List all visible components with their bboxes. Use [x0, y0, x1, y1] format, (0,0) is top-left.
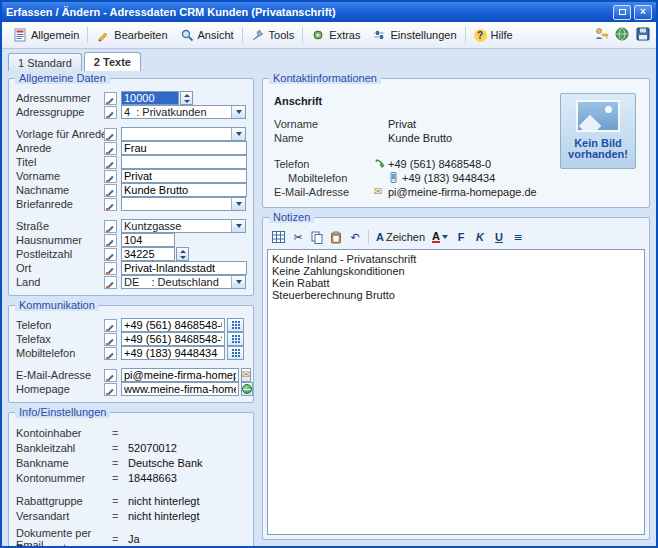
kontakt-label: Vorname [274, 118, 374, 130]
restore-button[interactable] [613, 5, 631, 20]
menu-label: Allgemein [31, 29, 79, 41]
titel-input[interactable] [121, 155, 247, 169]
edit-note-icon[interactable] [104, 92, 117, 105]
copy-button[interactable] [308, 229, 326, 246]
restore-icon [619, 9, 626, 15]
paste-button[interactable] [327, 229, 345, 246]
note-line: Keine Zahlungskonditionen [272, 265, 640, 277]
menu-allgemein[interactable]: Allgemein [7, 25, 85, 45]
dial-button[interactable] [227, 318, 244, 332]
mobiltelefon-input[interactable] [121, 346, 225, 360]
list-button[interactable]: ≡ [509, 229, 527, 246]
nachname-input[interactable] [121, 183, 247, 197]
select-value [122, 128, 231, 140]
menu-bearbeiten[interactable]: Bearbeiten [90, 25, 173, 45]
underline-button[interactable]: U [490, 229, 508, 246]
anrede-input[interactable] [121, 141, 247, 155]
save-icon[interactable] [635, 26, 651, 44]
tab-texte[interactable]: 2 Texte [84, 52, 141, 71]
edit-note-icon[interactable] [104, 184, 117, 197]
info-row-kontonummer: Kontonummer = 18448663 [16, 470, 246, 485]
special-characters-button[interactable]: A Zeichen [373, 229, 428, 246]
edit-note-icon[interactable] [104, 220, 117, 233]
user-key-icon[interactable] [593, 26, 609, 44]
edit-note-icon[interactable] [104, 319, 117, 332]
info-value: 52070012 [128, 442, 246, 454]
vorlage-anrede-select[interactable] [121, 127, 246, 141]
menu-hilfe[interactable]: ? Hilfe [468, 26, 519, 45]
ort-input[interactable] [121, 261, 247, 275]
insert-table-button[interactable] [269, 229, 288, 246]
kontakt-value[interactable]: pi@meine-firma-homepage.de [388, 186, 537, 198]
edit-note-icon[interactable] [104, 369, 117, 382]
open-homepage-button[interactable] [241, 382, 253, 396]
strasse-select[interactable]: Kuntzgasse [121, 219, 246, 233]
spinner-control[interactable] [180, 91, 193, 105]
dial-button[interactable] [227, 346, 244, 360]
telefax-input[interactable] [121, 332, 225, 346]
field-row-land: Land DE : Deutschland [16, 275, 246, 289]
adressnummer-input[interactable] [121, 91, 179, 105]
mobile-phone-icon [388, 172, 402, 183]
adressgruppe-select[interactable]: 4 : Privatkunden [121, 105, 246, 119]
italic-button[interactable]: K [471, 229, 489, 246]
hausnummer-input[interactable] [121, 233, 175, 247]
telefon-input[interactable] [121, 318, 225, 332]
send-mail-button[interactable]: ✉ [241, 368, 251, 382]
help-icon: ? [474, 29, 487, 42]
menu-extras[interactable]: Extras [305, 25, 366, 45]
close-button[interactable]: × [634, 5, 652, 20]
field-label: Postleitzahl [16, 248, 104, 260]
undo-icon: ↶ [350, 232, 359, 243]
magnifier-icon [180, 28, 194, 42]
edit-note-icon[interactable] [104, 198, 117, 211]
kontakt-body: Anschrift Vorname Privat Name Kunde Brut… [270, 91, 642, 201]
edit-note-icon[interactable] [104, 262, 117, 275]
edit-note-icon[interactable] [104, 234, 117, 247]
menu-separator [302, 27, 303, 43]
dial-button[interactable] [227, 332, 244, 346]
edit-note-icon[interactable] [104, 128, 117, 141]
menu-tools[interactable]: Tools [245, 25, 301, 45]
edit-note-icon[interactable] [104, 248, 117, 261]
equals-sign: = [112, 442, 128, 454]
edit-note-icon[interactable] [104, 156, 117, 169]
menu-ansicht[interactable]: Ansicht [174, 25, 240, 45]
menu-einstellungen[interactable]: Einstellungen [366, 25, 462, 45]
edit-note-icon[interactable] [104, 106, 117, 119]
cut-button[interactable]: ✂ [289, 229, 307, 246]
undo-button[interactable]: ↶ [346, 229, 364, 246]
font-color-icon: A [432, 231, 440, 243]
font-color-button[interactable]: A [429, 229, 451, 246]
field-label: Ort [16, 262, 104, 274]
close-icon: × [640, 7, 646, 17]
land-select[interactable]: DE : Deutschland [121, 275, 246, 289]
vorname-input[interactable] [121, 169, 247, 183]
postleitzahl-input[interactable] [121, 247, 175, 261]
field-row-homepage: Homepage [16, 382, 246, 396]
group-title: Notizen [269, 211, 314, 223]
edit-note-icon[interactable] [104, 383, 117, 396]
kontakt-label: E-Mail-Adresse [274, 186, 374, 198]
field-row-vorlage-anrede: Vorlage für Anrede [16, 127, 246, 141]
select-value: DE : Deutschland [122, 276, 231, 288]
globe-icon[interactable] [614, 26, 630, 44]
list-icon: ≡ [513, 232, 522, 243]
field-row-hausnummer: Hausnummer [16, 233, 246, 247]
notes-text-area[interactable]: Kunde Inland - Privatanschrift Keine Zah… [267, 249, 645, 535]
edit-note-icon[interactable] [104, 347, 117, 360]
homepage-input[interactable] [121, 382, 239, 396]
kontakt-label: Telefon [274, 158, 374, 170]
briefanrede-select[interactable] [121, 197, 246, 211]
field-row-ort: Ort [16, 261, 246, 275]
info-row-kontoinhaber: Kontoinhaber = [16, 425, 246, 440]
spinner-control[interactable] [176, 247, 189, 261]
email-input[interactable] [121, 368, 239, 382]
edit-note-icon[interactable] [104, 276, 117, 289]
edit-note-icon[interactable] [104, 142, 117, 155]
edit-note-icon[interactable] [104, 170, 117, 183]
edit-note-icon[interactable] [104, 333, 117, 346]
bold-button[interactable]: F [452, 229, 470, 246]
tab-standard[interactable]: 1 Standard [8, 53, 82, 71]
info-label: Kontoinhaber [16, 427, 112, 439]
